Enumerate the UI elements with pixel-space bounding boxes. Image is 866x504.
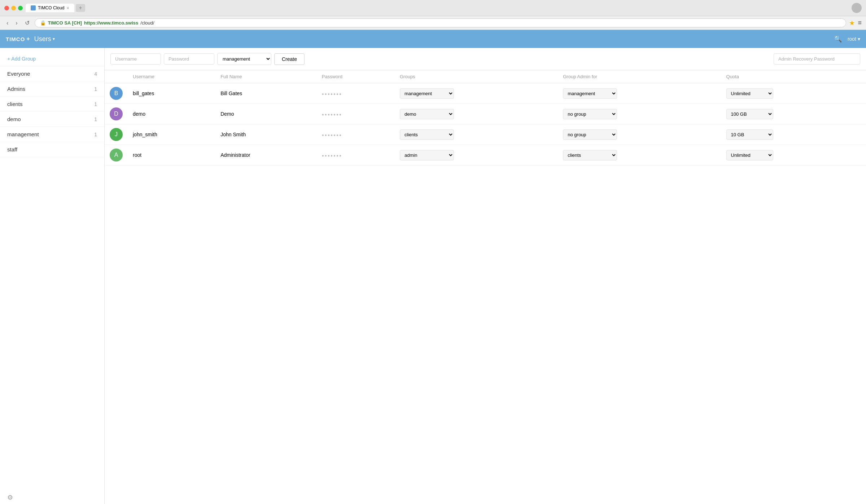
browser-titlebar: TIMCO Cloud ✕ + (0, 0, 866, 16)
password-cell: ●●●●●●● (317, 83, 395, 104)
sidebar-group-count: 4 (94, 71, 97, 77)
sidebar-item-demo[interactable]: demo 1 (0, 112, 104, 127)
table-header-row: Username Full Name Password Groups Group… (105, 70, 866, 83)
header-username: root (848, 36, 856, 42)
app-body: + Add Group Everyone 4 Admins 1 clients … (0, 48, 866, 504)
address-bar-row: ‹ › ↺ 🔒 TIMCO SA [CH] https://www.timco.… (0, 16, 866, 30)
back-button[interactable]: ‹ (4, 19, 10, 27)
sidebar-group-count: 1 (94, 116, 97, 122)
groups-cell[interactable]: managementadminclientsdemostaffno group (395, 145, 558, 165)
table-row: Bbill_gatesBill Gates●●●●●●●managementad… (105, 83, 866, 104)
quota-cell[interactable]: Unlimited100 GB10 GB1 GB (721, 145, 866, 165)
quota-dropdown[interactable]: Unlimited100 GB10 GB1 GB (726, 150, 773, 160)
fullname-cell: Administrator (215, 145, 317, 165)
app-title[interactable]: Users ▾ (34, 35, 55, 43)
group-select[interactable]: managementadminclientsdemostaff (217, 53, 271, 65)
sidebar-item-management[interactable]: management 1 (0, 127, 104, 142)
group-admin-dropdown[interactable]: managementclientsdemostaffno group (563, 129, 617, 140)
sidebar-item-clients[interactable]: clients 1 (0, 97, 104, 112)
sidebar-groups: Everyone 4 Admins 1 clients 1 demo 1 man… (0, 66, 104, 157)
groups-dropdown[interactable]: managementadminclientsdemostaffno group (400, 150, 454, 160)
groups-dropdown[interactable]: managementadminclientsdemostaffno group (400, 88, 454, 99)
sidebar-group-name: demo (7, 116, 21, 122)
forward-button[interactable]: › (13, 19, 19, 27)
browser-menu-icon[interactable]: ≡ (858, 19, 862, 27)
group-admin-dropdown[interactable]: managementclientsdemostaffno group (563, 150, 617, 160)
username-cell: demo (128, 104, 215, 124)
username-input[interactable] (110, 53, 161, 65)
sidebar-group-name: Admins (7, 86, 25, 92)
groups-cell[interactable]: managementadminclientsdemostaffno group (395, 124, 558, 145)
new-tab-button[interactable]: + (76, 4, 85, 12)
refresh-button[interactable]: ↺ (23, 19, 32, 27)
password-dots: ●●●●●●● (322, 92, 342, 96)
sidebar: + Add Group Everyone 4 Admins 1 clients … (0, 48, 105, 504)
sidebar-group-count: 1 (94, 101, 97, 107)
groups-cell[interactable]: managementadminclientsdemostaffno group (395, 104, 558, 124)
browser-chrome: TIMCO Cloud ✕ + ‹ › ↺ 🔒 TIMCO SA [CH] ht… (0, 0, 866, 30)
col-group-admin: Group Admin for (558, 70, 721, 83)
app-title-label: Users (34, 35, 51, 43)
tab-bar: TIMCO Cloud ✕ + (26, 4, 849, 12)
sidebar-item-everyone[interactable]: Everyone 4 (0, 66, 104, 81)
address-bar[interactable]: 🔒 TIMCO SA [CH] https://www.timco.swiss … (35, 18, 847, 27)
tab-favicon (31, 5, 36, 10)
add-group-button[interactable]: + Add Group (0, 52, 104, 66)
avatar-cell: B (105, 83, 128, 104)
quota-cell[interactable]: Unlimited100 GB10 GB1 GB (721, 83, 866, 104)
col-avatar (105, 70, 128, 83)
quota-dropdown[interactable]: Unlimited100 GB10 GB1 GB (726, 109, 773, 119)
sidebar-item-admins[interactable]: Admins 1 (0, 81, 104, 97)
group-admin-dropdown[interactable]: managementclientsdemostaffno group (563, 88, 617, 99)
active-tab[interactable]: TIMCO Cloud ✕ (26, 4, 74, 12)
table-row: ArootAdministrator●●●●●●●managementadmin… (105, 145, 866, 165)
settings-icon[interactable]: ⚙ (7, 494, 13, 501)
logo-plus: + (26, 36, 30, 42)
users-table-body: Bbill_gatesBill Gates●●●●●●●managementad… (105, 83, 866, 165)
avatar: A (110, 149, 123, 162)
avatar: J (110, 128, 123, 141)
groups-dropdown[interactable]: managementadminclientsdemostaffno group (400, 109, 454, 119)
avatar-cell: D (105, 104, 128, 124)
sidebar-group-count: 1 (94, 86, 97, 92)
password-cell: ●●●●●●● (317, 145, 395, 165)
quota-cell[interactable]: Unlimited100 GB10 GB1 GB (721, 104, 866, 124)
bookmark-icon[interactable]: ★ (849, 19, 855, 27)
group-admin-dropdown[interactable]: managementclientsdemostaffno group (563, 109, 617, 119)
url-path: /cloud/ (140, 20, 154, 26)
avatar: B (110, 87, 123, 100)
password-input[interactable] (164, 53, 214, 65)
password-dots: ●●●●●●● (322, 133, 342, 137)
quota-cell[interactable]: Unlimited100 GB10 GB1 GB (721, 124, 866, 145)
minimize-button[interactable] (11, 6, 16, 10)
ssl-label: TIMCO SA [CH] (48, 20, 82, 26)
col-password: Password (317, 70, 395, 83)
user-menu[interactable]: root ▾ (848, 36, 860, 42)
group-admin-cell[interactable]: managementclientsdemostaffno group (558, 124, 721, 145)
close-button[interactable] (4, 6, 9, 10)
search-icon[interactable]: 🔍 (834, 35, 842, 43)
groups-cell[interactable]: managementadminclientsdemostaffno group (395, 83, 558, 104)
tab-close-icon[interactable]: ✕ (66, 6, 69, 10)
sidebar-group-name: staff (7, 146, 17, 152)
admin-recovery-input[interactable] (774, 53, 860, 65)
profile-icon (852, 3, 862, 13)
avatar-cell: A (105, 145, 128, 165)
ssl-lock-icon: 🔒 (40, 20, 46, 26)
traffic-lights (4, 6, 23, 10)
groups-dropdown[interactable]: managementadminclientsdemostaffno group (400, 129, 454, 140)
quota-dropdown[interactable]: Unlimited100 GB10 GB1 GB (726, 88, 773, 99)
quota-dropdown[interactable]: Unlimited100 GB10 GB1 GB (726, 129, 773, 140)
sidebar-item-staff[interactable]: staff (0, 142, 104, 157)
group-admin-cell[interactable]: managementclientsdemostaffno group (558, 83, 721, 104)
main-content: managementadminclientsdemostaff Create U… (105, 48, 866, 504)
create-button[interactable]: Create (274, 53, 305, 65)
sidebar-group-name: clients (7, 101, 23, 107)
app-header: TIMCO + Users ▾ 🔍 root ▾ (0, 30, 866, 48)
group-admin-cell[interactable]: managementclientsdemostaffno group (558, 145, 721, 165)
username-cell: bill_gates (128, 83, 215, 104)
group-admin-cell[interactable]: managementclientsdemostaffno group (558, 104, 721, 124)
sidebar-group-name: Everyone (7, 71, 30, 77)
add-group-label: + Add Group (7, 56, 36, 62)
maximize-button[interactable] (18, 6, 23, 10)
